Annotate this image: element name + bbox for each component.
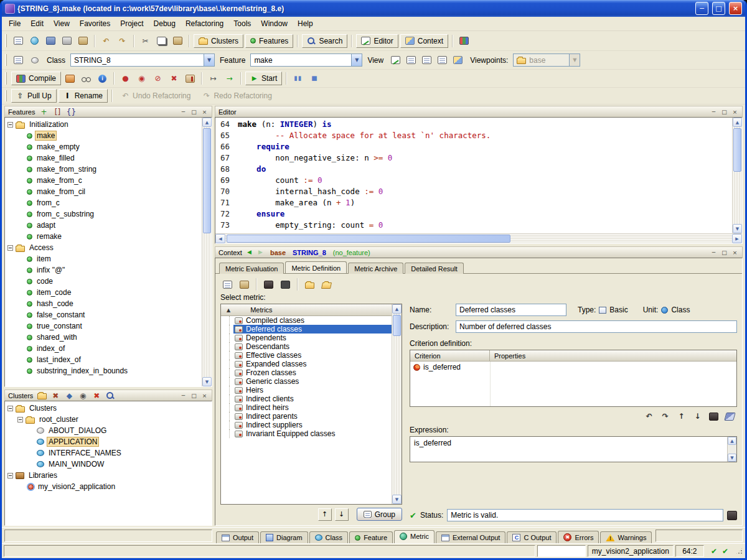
tree-item-access[interactable]: Access: [5, 242, 202, 253]
group-button[interactable]: Group: [357, 508, 402, 521]
tab-metric-archive[interactable]: Metric Archive: [348, 263, 403, 274]
braces-button[interactable]: {}: [65, 107, 77, 116]
clusters-button[interactable]: Clusters: [194, 34, 243, 48]
bottom-tab-output[interactable]: Output: [216, 531, 259, 543]
diamond-button[interactable]: ◆: [63, 391, 75, 400]
undo-refactoring-button[interactable]: ↶ Undo Refactoring: [116, 89, 195, 103]
tree-item-false-constant[interactable]: false_constant: [5, 309, 202, 320]
tree-item-about-dialog[interactable]: ABOUT_DIALOG: [5, 425, 212, 436]
feature-combo-arrow-icon[interactable]: ▼: [351, 54, 362, 66]
toolbar-grip[interactable]: [5, 72, 7, 84]
bottom-tab-class[interactable]: Class: [309, 531, 349, 543]
metric-tree-scrollbar[interactable]: ▲ ▼: [392, 304, 402, 504]
viewpoints-combo-arrow-icon[interactable]: ▼: [569, 54, 580, 66]
metric-item-compiled-classes[interactable]: Compiled classes: [221, 316, 392, 325]
minimize-panel-button[interactable]: ─: [710, 249, 718, 256]
properties-column-header[interactable]: Properties: [490, 350, 736, 361]
tree-item-main-window[interactable]: MAIN_WINDOW: [5, 459, 212, 470]
watch-button[interactable]: [79, 72, 93, 85]
tab-detailed-result[interactable]: Detailed Result: [405, 263, 464, 274]
contract-view-button[interactable]: [435, 54, 449, 67]
menu-favorites[interactable]: Favorites: [75, 17, 115, 30]
collapse-icon[interactable]: ▲: [227, 307, 230, 313]
context-panel-titlebar[interactable]: Context ◀ ▶ base STRING_8 (no_feature) ─…: [215, 246, 743, 258]
expression-value[interactable]: is_deferred: [410, 437, 727, 462]
menu-tools[interactable]: Tools: [228, 17, 256, 30]
crumb-cluster[interactable]: base: [270, 249, 286, 256]
tree-item-index-of[interactable]: index_of: [5, 343, 202, 354]
scroll-up-button[interactable]: ▲: [728, 437, 736, 445]
tree-item-interface-names[interactable]: INTERFACE_NAMES: [5, 447, 212, 459]
tree-item-initialization[interactable]: Initialization: [5, 119, 202, 130]
bottom-tab-external-output[interactable]: External Output: [436, 531, 505, 543]
scroll-thumb[interactable]: [227, 235, 510, 243]
class-combo[interactable]: STRING_8 ▼: [70, 54, 215, 67]
scroll-right-button[interactable]: ▶: [732, 234, 742, 243]
maximize-panel-button[interactable]: □: [190, 108, 198, 116]
disable-breakpoints-button[interactable]: ⊘: [151, 72, 165, 85]
tree-item-adapt[interactable]: adapt: [5, 220, 202, 231]
start-button[interactable]: ▶ Start: [245, 72, 282, 85]
open-folder-button[interactable]: [319, 278, 334, 291]
cut-button[interactable]: ✂: [138, 34, 153, 48]
tree-item-make-from-string[interactable]: make_from_string: [5, 164, 202, 175]
scroll-thumb[interactable]: [733, 128, 741, 172]
features-scrollbar[interactable]: ▲ ▼: [202, 118, 212, 386]
exit-button[interactable]: [183, 72, 197, 85]
menu-project[interactable]: Project: [115, 17, 148, 30]
tab-metric-definition[interactable]: Metric Definition: [285, 261, 347, 273]
menu-refactoring[interactable]: Refactoring: [181, 17, 228, 30]
title-bar[interactable]: {STRING_8}.make (located in c:\work\57de…: [2, 0, 745, 17]
tree-item-application[interactable]: APPLICATION: [5, 436, 212, 447]
folders-button[interactable]: [36, 391, 47, 400]
expander-icon[interactable]: [7, 122, 13, 128]
scroll-track[interactable]: [392, 314, 402, 495]
send-to-window-button[interactable]: [11, 54, 26, 67]
metric-item-dependents[interactable]: Dependents: [221, 334, 392, 342]
close-panel-button[interactable]: ×: [731, 108, 739, 116]
compile-button[interactable]: Compile: [11, 72, 61, 85]
scroll-track[interactable]: [733, 127, 742, 224]
code-area[interactable]: 64make (n: INTEGER) is65 -- Allocate spa…: [215, 118, 732, 233]
scroll-thumb[interactable]: [203, 128, 211, 233]
expander-icon[interactable]: [7, 245, 13, 251]
close-panel-button[interactable]: ×: [200, 108, 209, 116]
interface-view-button[interactable]: [451, 54, 465, 67]
delete-metric-button[interactable]: [261, 278, 276, 291]
redo-button[interactable]: ↷: [115, 34, 129, 48]
flat-view-button[interactable]: [404, 54, 418, 67]
move-metric-up-button[interactable]: ↑: [318, 508, 332, 521]
bottom-tab-metric[interactable]: Metric: [394, 530, 435, 543]
metric-item-generic-classes[interactable]: Generic classes: [221, 377, 392, 386]
menu-view[interactable]: View: [49, 17, 75, 30]
closed-folder-button[interactable]: [303, 278, 317, 291]
crumb-feature[interactable]: (no_feature): [333, 249, 370, 256]
delete-criterion-button[interactable]: [708, 409, 720, 423]
scroll-track[interactable]: [202, 127, 212, 377]
close-panel-button[interactable]: ×: [200, 392, 209, 399]
context-button[interactable]: Context: [400, 34, 448, 48]
eraser-button[interactable]: [724, 409, 736, 423]
criterion-row[interactable]: is_deferred: [410, 362, 736, 373]
tree-item-hash-code[interactable]: hash_code: [5, 298, 202, 309]
tree-item-shared-with[interactable]: shared_with: [5, 332, 202, 343]
maximize-panel-button[interactable]: □: [190, 392, 198, 399]
editor-panel-titlebar[interactable]: Editor ─□×: [215, 106, 743, 117]
redo-refactoring-button[interactable]: ↷ Redo Refactoring: [197, 89, 276, 103]
move-down-button[interactable]: ↓: [692, 409, 703, 423]
expander-icon[interactable]: [7, 406, 13, 411]
tree-item-from-c[interactable]: from_c: [5, 197, 202, 208]
expander-icon[interactable]: [7, 473, 13, 478]
run-arrow-button[interactable]: →: [222, 72, 237, 85]
menu-edit[interactable]: Edit: [26, 17, 49, 30]
metric-item-descendants[interactable]: Descendants: [221, 342, 392, 351]
close-button[interactable]: ×: [729, 2, 742, 15]
tree-item-make-filled[interactable]: make_filled: [5, 152, 202, 164]
tree-item-code[interactable]: code: [5, 276, 202, 287]
rename-button[interactable]: I Rename: [59, 89, 108, 103]
tree-item-true-constant[interactable]: true_constant: [5, 320, 202, 332]
name-input[interactable]: Deferred classes: [456, 304, 566, 316]
scroll-down-button[interactable]: ▼: [202, 377, 212, 386]
history-forward-icon[interactable]: ▶: [256, 250, 265, 255]
melt-button[interactable]: [63, 72, 77, 85]
